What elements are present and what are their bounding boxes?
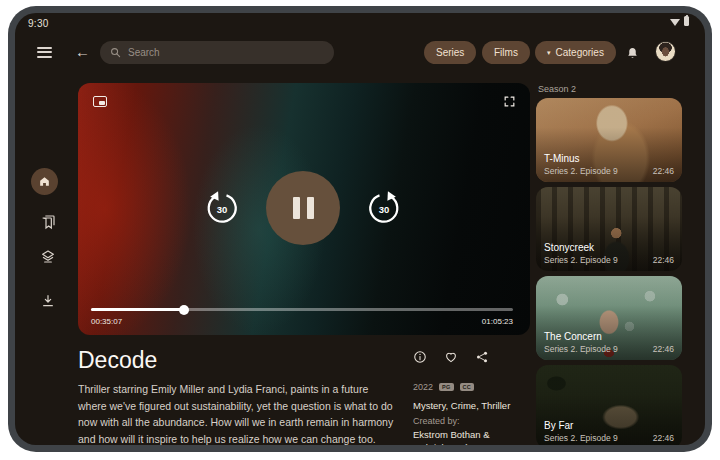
wifi-icon [670, 19, 680, 26]
episode-duration: 22:46 [653, 433, 674, 443]
episode-duration: 22:46 [653, 255, 674, 265]
rewind-30-label: 30 [204, 190, 240, 226]
app-screen: 9:30 ← Search Series Films ▾ Categories [15, 13, 705, 445]
sidebar-item-library[interactable] [40, 214, 56, 230]
video-player[interactable]: 30 30 00:35:07 01:05:23 [78, 83, 530, 335]
tablet-frame: 9:30 ← Search Series Films ▾ Categories [8, 6, 712, 452]
episode-subtitle: Series 2. Episode 9 [544, 166, 618, 176]
creators-text: Ekstrom Bothan & Gabriela Suárez [413, 428, 525, 445]
back-arrow-icon[interactable]: ← [75, 43, 90, 60]
chip-series-label: Series [436, 47, 464, 58]
forward-30-button[interactable]: 30 [366, 190, 402, 226]
episode-subtitle: Series 2. Episode 9 [544, 255, 618, 265]
episode-duration: 22:46 [653, 344, 674, 354]
notification-bell-icon[interactable] [625, 45, 640, 62]
dropdown-caret-icon: ▾ [547, 49, 551, 57]
episode-card[interactable]: Stonycreek Series 2. Episode 9 22:46 [536, 187, 682, 271]
total-time: 01:05:23 [482, 317, 513, 326]
chip-films-label: Films [494, 47, 518, 58]
episode-duration: 22:46 [653, 166, 674, 176]
genres-text: Mystery, Crime, Thriller [413, 400, 510, 411]
episode-card[interactable]: By Far Series 2. Episode 9 22:46 [536, 365, 682, 445]
episode-card[interactable]: T-Minus Series 2. Episode 9 22:46 [536, 98, 682, 182]
chip-films[interactable]: Films [482, 41, 530, 64]
detail-actions [413, 350, 489, 364]
status-bar-time: 9:30 [28, 18, 49, 29]
chip-categories[interactable]: ▾ Categories [535, 41, 616, 64]
current-time: 00:35:07 [91, 317, 122, 326]
episode-title: By Far [544, 420, 674, 431]
chip-categories-label: Categories [556, 47, 604, 58]
forward-30-label: 30 [366, 190, 402, 226]
rewind-30-button[interactable]: 30 [204, 190, 240, 226]
subscriptions-icon [43, 251, 54, 258]
description-text: Thriller starring Emily Miller and Lydia… [78, 381, 396, 445]
created-by-label: Created by: [413, 416, 460, 426]
rating-badge: PG [439, 383, 454, 391]
battery-icon [684, 16, 689, 26]
fullscreen-icon[interactable] [503, 95, 516, 108]
library-icon [43, 218, 52, 228]
home-icon [38, 175, 51, 188]
sidebar-item-subscriptions[interactable] [40, 249, 56, 265]
info-icon[interactable] [413, 350, 427, 364]
sidebar-item-home[interactable] [31, 168, 58, 195]
downloads-icon [45, 296, 50, 302]
user-avatar[interactable] [655, 41, 676, 62]
pause-icon [293, 197, 300, 219]
search-icon [110, 47, 121, 58]
progress-bar[interactable] [91, 304, 513, 314]
episode-card[interactable]: The Concern Series 2. Episode 9 22:46 [536, 276, 682, 360]
caption-badge: CC [460, 383, 475, 391]
episode-title: The Concern [544, 331, 674, 342]
release-year: 2022 [413, 382, 433, 392]
episode-title: T-Minus [544, 153, 674, 164]
episode-subtitle: Series 2. Episode 9 [544, 344, 618, 354]
heart-icon[interactable] [444, 350, 458, 364]
episode-title: Stonycreek [544, 242, 674, 253]
chip-series[interactable]: Series [424, 41, 476, 64]
season-label: Season 2 [538, 84, 576, 94]
episode-subtitle: Series 2. Episode 9 [544, 433, 618, 443]
search-placeholder: Search [128, 47, 160, 58]
progress-thumb[interactable] [179, 305, 189, 315]
hamburger-menu-icon[interactable] [37, 47, 52, 58]
search-input[interactable]: Search [100, 41, 334, 64]
share-icon[interactable] [475, 350, 489, 364]
progress-fill [91, 308, 184, 311]
pause-button[interactable] [266, 171, 340, 245]
picture-in-picture-icon[interactable] [93, 96, 107, 107]
sidebar-item-downloads[interactable] [40, 293, 56, 309]
page-title: Decode [78, 347, 157, 374]
release-meta: 2022 PG CC [413, 382, 474, 392]
